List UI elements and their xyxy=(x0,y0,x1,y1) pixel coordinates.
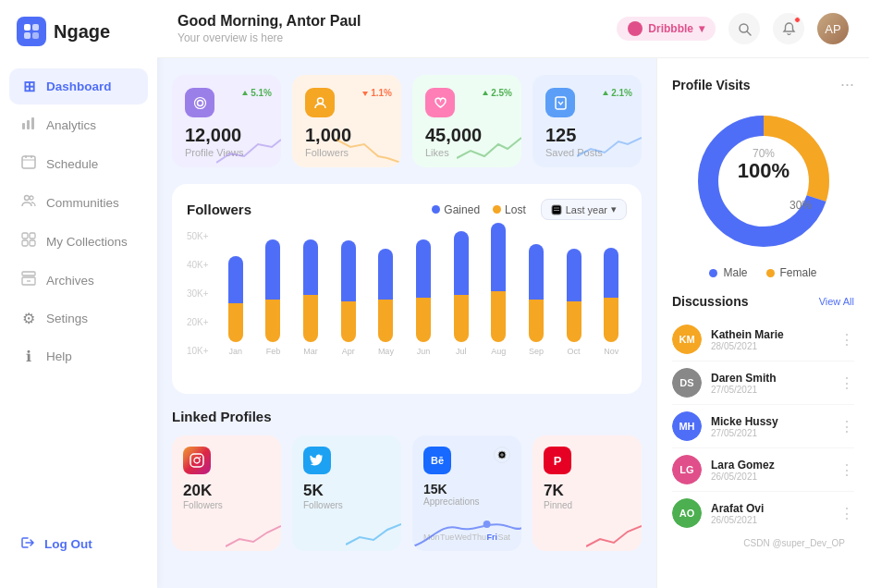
discussions-list: KM Kathein Marie 28/05/2021 ⋮ DS Daren S… xyxy=(672,318,854,534)
discussion-date: 27/05/2021 xyxy=(711,385,830,395)
followers-chart-area: 50K+ 40K+ 30K+ 20K+ 10K+ Jan xyxy=(187,231,627,379)
linked-card-twitter[interactable]: 5K Followers xyxy=(292,435,401,551)
discussion-more-button[interactable]: ⋮ xyxy=(839,461,854,479)
legend-male: Male xyxy=(709,266,747,279)
discussion-avatar: KM xyxy=(672,325,702,354)
saved-posts-change: 2.1% xyxy=(602,88,632,98)
profile-visits-more-button[interactable]: ··· xyxy=(840,75,854,94)
sidebar-item-schedule[interactable]: Schedule xyxy=(9,145,148,182)
greeting-sub: Your overview is here xyxy=(177,31,361,44)
logout-button[interactable]: Log Out xyxy=(9,526,148,562)
header-greeting: Good Morning, Antor Paul Your overview i… xyxy=(177,13,361,44)
instagram-label: Followers xyxy=(183,500,270,510)
followers-chart-title: Followers xyxy=(187,202,251,217)
view-all-button[interactable]: View All xyxy=(819,296,854,307)
sidebar-item-archives[interactable]: Archives xyxy=(9,262,148,299)
svg-rect-2 xyxy=(24,32,31,39)
logo[interactable]: Ngage xyxy=(0,17,157,68)
bar-group: Nov xyxy=(595,248,627,356)
bar-group: May xyxy=(371,249,402,356)
time-filter-button[interactable]: Last year ▾ xyxy=(541,199,627,220)
svg-rect-4 xyxy=(22,123,25,129)
sidebar-item-help[interactable]: ℹ Help xyxy=(9,338,148,374)
discussion-info: Arafat Ovi 26/05/2021 xyxy=(711,502,830,525)
sidebar-item-settings[interactable]: ⚙ Setings xyxy=(9,300,148,337)
linked-profiles-section: Linked Profiles 20K Followers xyxy=(172,409,642,551)
search-button[interactable] xyxy=(728,13,760,44)
platform-label: Dribbble xyxy=(648,22,693,35)
followers-section: Followers Gained Lost Last year ▾ xyxy=(172,184,642,394)
sidebar-label-archives: Archives xyxy=(46,274,94,288)
behance-value: 15K xyxy=(423,482,510,496)
svg-text:70%: 70% xyxy=(752,147,774,160)
linked-card-behance[interactable]: Bē 15K Appreciations MonTueWedThuFriSat xyxy=(412,435,521,551)
content-area: 12,000 Profile Views 5.1% 1,000 Follower… xyxy=(157,58,869,588)
sidebar-item-analytics[interactable]: Analytics xyxy=(9,106,148,143)
linked-profiles-title: Linked Profiles xyxy=(172,409,642,424)
linked-card-pinterest[interactable]: P 7K Pinned xyxy=(532,435,642,551)
legend-female: Female xyxy=(766,266,817,279)
discussion-name: Arafat Ovi xyxy=(711,502,830,515)
behance-expand[interactable] xyxy=(494,447,510,463)
greeting-name: Antor Paul xyxy=(287,13,361,29)
notification-dot xyxy=(794,17,801,23)
instagram-icon xyxy=(183,447,211,474)
svg-rect-29 xyxy=(190,454,203,467)
discussion-info: Micke Hussy 27/05/2021 xyxy=(711,415,830,438)
svg-point-11 xyxy=(25,196,30,201)
discussion-more-button[interactable]: ⋮ xyxy=(839,505,854,522)
main-panel: 12,000 Profile Views 5.1% 1,000 Follower… xyxy=(157,58,656,588)
sidebar-item-my-collections[interactable]: My Collections xyxy=(9,223,148,260)
stat-card-followers: 1,000 Followers 1.1% xyxy=(292,75,401,167)
discussion-info: Daren Smith 27/05/2021 xyxy=(711,372,830,395)
followers-icon xyxy=(305,88,335,117)
discussion-more-button[interactable]: ⋮ xyxy=(839,331,854,349)
svg-rect-5 xyxy=(27,120,30,129)
bar-group: Mar xyxy=(295,239,326,356)
communities-icon xyxy=(20,193,37,212)
discussion-item[interactable]: LG Lara Gomez 26/05/2021 ⋮ xyxy=(672,448,854,492)
sidebar-label-analytics: Analytics xyxy=(46,118,96,132)
collections-icon xyxy=(20,232,37,251)
discussion-item[interactable]: MH Micke Hussy 27/05/2021 ⋮ xyxy=(672,405,854,448)
stat-card-likes: 45,000 Likes 2.5% xyxy=(412,75,521,167)
discussion-more-button[interactable]: ⋮ xyxy=(839,374,854,392)
header-right: Dribbble ▾ AP xyxy=(617,13,849,44)
settings-icon: ⚙ xyxy=(20,310,37,327)
watermark: CSDN @super_Dev_OP xyxy=(672,534,854,552)
platform-badge[interactable]: Dribbble ▾ xyxy=(617,17,716,41)
discussion-item[interactable]: AO Arafat Ovi 26/05/2021 ⋮ xyxy=(672,492,854,534)
svg-rect-3 xyxy=(32,32,39,39)
sidebar-item-communities[interactable]: Communities xyxy=(9,184,148,221)
followers-change: 1.1% xyxy=(361,88,392,98)
logout-icon xyxy=(20,535,35,553)
svg-point-23 xyxy=(194,97,205,108)
discussion-item[interactable]: DS Daren Smith 27/05/2021 ⋮ xyxy=(672,361,854,405)
discussion-name: Lara Gomez xyxy=(711,459,830,472)
sidebar-nav: ⊞ Dashboard Analytics Schedule Communiti… xyxy=(0,68,157,517)
stat-card-saved-posts: 125 Saved Posts 2.1% xyxy=(532,75,642,167)
donut-legend: Male Female xyxy=(672,266,854,279)
linked-card-instagram[interactable]: 20K Followers xyxy=(172,435,281,551)
greeting-prefix: Good Morning, xyxy=(177,13,287,29)
app-name: Ngage xyxy=(54,21,110,43)
sidebar-label-dashboard: Dashboard xyxy=(46,80,112,93)
saved-posts-icon xyxy=(545,88,575,117)
discussion-more-button[interactable]: ⋮ xyxy=(839,418,854,435)
discussion-avatar: MH xyxy=(672,411,702,441)
twitter-label: Followers xyxy=(303,500,390,510)
sidebar: Ngage ⊞ Dashboard Analytics Schedule Com… xyxy=(0,0,157,588)
sidebar-item-dashboard[interactable]: ⊞ Dashboard xyxy=(9,68,148,104)
profile-views-change: 5.1% xyxy=(241,88,272,98)
platform-dropdown-icon: ▾ xyxy=(699,22,704,35)
sidebar-label-my-collections: My Collections xyxy=(46,235,128,249)
discussion-item[interactable]: KM Kathein Marie 28/05/2021 ⋮ xyxy=(672,318,854,361)
notification-button[interactable] xyxy=(773,13,804,44)
profile-visits-header: Profile Visits ··· xyxy=(672,75,854,94)
user-avatar[interactable]: AP xyxy=(817,13,849,44)
help-icon: ℹ xyxy=(20,348,37,365)
linked-profiles-row: 20K Followers 5K Followers xyxy=(172,435,642,551)
bar-group: Jul xyxy=(446,231,477,356)
discussion-avatar: DS xyxy=(672,368,702,398)
male-dot xyxy=(709,269,717,277)
